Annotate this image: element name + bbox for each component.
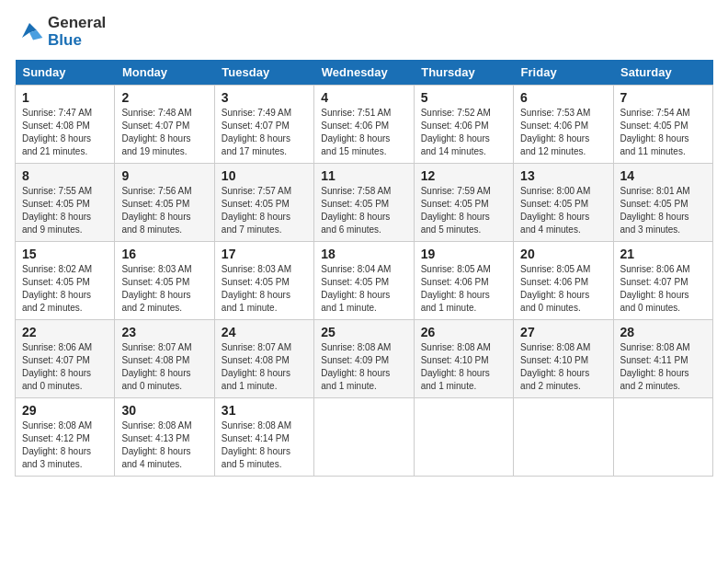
day-number: 8 xyxy=(22,168,108,183)
day-info: Sunrise: 8:08 AM Sunset: 4:14 PM Dayligh… xyxy=(222,419,307,471)
day-number: 4 xyxy=(321,90,406,105)
weekday-header-thursday: Thursday xyxy=(414,60,513,86)
table-row xyxy=(514,398,613,477)
day-number: 19 xyxy=(421,247,506,261)
day-info: Sunrise: 8:03 AM Sunset: 4:05 PM Dayligh… xyxy=(121,263,207,315)
table-row: 1Sunrise: 7:47 AM Sunset: 4:08 PM Daylig… xyxy=(16,86,115,164)
day-info: Sunrise: 8:03 AM Sunset: 4:05 PM Dayligh… xyxy=(222,263,307,315)
day-number: 7 xyxy=(620,90,706,105)
calendar-week-4: 22Sunrise: 8:06 AM Sunset: 4:07 PM Dayli… xyxy=(16,320,713,398)
table-row: 13Sunrise: 8:00 AM Sunset: 4:05 PM Dayli… xyxy=(514,164,613,242)
day-number: 21 xyxy=(620,247,706,261)
weekday-header-sunday: Sunday xyxy=(16,60,115,86)
day-number: 20 xyxy=(520,247,606,261)
day-info: Sunrise: 8:08 AM Sunset: 4:10 PM Dayligh… xyxy=(520,341,606,393)
calendar-week-3: 15Sunrise: 8:02 AM Sunset: 4:05 PM Dayli… xyxy=(16,242,713,320)
table-row: 6Sunrise: 7:53 AM Sunset: 4:06 PM Daylig… xyxy=(514,86,613,164)
table-row xyxy=(314,398,414,477)
table-row xyxy=(414,398,513,477)
day-number: 30 xyxy=(121,403,207,418)
day-info: Sunrise: 8:07 AM Sunset: 4:08 PM Dayligh… xyxy=(121,341,207,393)
day-number: 11 xyxy=(321,168,406,183)
day-info: Sunrise: 7:51 AM Sunset: 4:06 PM Dayligh… xyxy=(321,107,406,158)
day-info: Sunrise: 8:05 AM Sunset: 4:06 PM Dayligh… xyxy=(520,263,606,315)
day-info: Sunrise: 7:47 AM Sunset: 4:08 PM Dayligh… xyxy=(22,107,108,158)
table-row: 24Sunrise: 8:07 AM Sunset: 4:08 PM Dayli… xyxy=(214,320,313,398)
page-header: General Blue xyxy=(15,15,713,49)
day-info: Sunrise: 7:59 AM Sunset: 4:05 PM Dayligh… xyxy=(421,185,506,236)
logo-icon xyxy=(15,19,44,45)
day-info: Sunrise: 8:06 AM Sunset: 4:07 PM Dayligh… xyxy=(22,341,108,393)
weekday-header-saturday: Saturday xyxy=(613,60,712,86)
day-info: Sunrise: 8:08 AM Sunset: 4:13 PM Dayligh… xyxy=(121,419,207,471)
day-info: Sunrise: 8:04 AM Sunset: 4:05 PM Dayligh… xyxy=(321,263,406,315)
day-info: Sunrise: 7:58 AM Sunset: 4:05 PM Dayligh… xyxy=(321,185,406,236)
table-row xyxy=(613,398,712,477)
table-row: 15Sunrise: 8:02 AM Sunset: 4:05 PM Dayli… xyxy=(16,242,115,320)
day-info: Sunrise: 7:48 AM Sunset: 4:07 PM Dayligh… xyxy=(121,107,207,158)
table-row: 30Sunrise: 8:08 AM Sunset: 4:13 PM Dayli… xyxy=(115,398,214,477)
table-row: 26Sunrise: 8:08 AM Sunset: 4:10 PM Dayli… xyxy=(414,320,513,398)
day-number: 23 xyxy=(121,325,207,339)
day-info: Sunrise: 8:08 AM Sunset: 4:09 PM Dayligh… xyxy=(321,341,406,393)
day-number: 27 xyxy=(520,325,606,339)
day-info: Sunrise: 8:05 AM Sunset: 4:06 PM Dayligh… xyxy=(421,263,506,315)
day-number: 9 xyxy=(121,168,207,183)
table-row: 25Sunrise: 8:08 AM Sunset: 4:09 PM Dayli… xyxy=(314,320,414,398)
logo-text: General Blue xyxy=(48,15,106,49)
day-number: 6 xyxy=(520,90,606,105)
day-number: 28 xyxy=(620,325,706,339)
table-row: 17Sunrise: 8:03 AM Sunset: 4:05 PM Dayli… xyxy=(214,242,313,320)
day-info: Sunrise: 8:07 AM Sunset: 4:08 PM Dayligh… xyxy=(222,341,307,393)
table-row: 12Sunrise: 7:59 AM Sunset: 4:05 PM Dayli… xyxy=(414,164,513,242)
table-row: 22Sunrise: 8:06 AM Sunset: 4:07 PM Dayli… xyxy=(16,320,115,398)
calendar-table: SundayMondayTuesdayWednesdayThursdayFrid… xyxy=(15,60,713,477)
table-row: 3Sunrise: 7:49 AM Sunset: 4:07 PM Daylig… xyxy=(214,86,313,164)
table-row: 18Sunrise: 8:04 AM Sunset: 4:05 PM Dayli… xyxy=(314,242,414,320)
table-row: 23Sunrise: 8:07 AM Sunset: 4:08 PM Dayli… xyxy=(115,320,214,398)
day-info: Sunrise: 7:54 AM Sunset: 4:05 PM Dayligh… xyxy=(620,107,706,158)
day-info: Sunrise: 8:08 AM Sunset: 4:12 PM Dayligh… xyxy=(22,419,108,471)
day-info: Sunrise: 7:52 AM Sunset: 4:06 PM Dayligh… xyxy=(421,107,506,158)
table-row: 20Sunrise: 8:05 AM Sunset: 4:06 PM Dayli… xyxy=(514,242,613,320)
day-number: 3 xyxy=(222,90,307,105)
table-row: 8Sunrise: 7:55 AM Sunset: 4:05 PM Daylig… xyxy=(16,164,115,242)
day-number: 10 xyxy=(222,168,307,183)
day-number: 25 xyxy=(321,325,406,339)
table-row: 14Sunrise: 8:01 AM Sunset: 4:05 PM Dayli… xyxy=(613,164,712,242)
table-row: 5Sunrise: 7:52 AM Sunset: 4:06 PM Daylig… xyxy=(414,86,513,164)
weekday-header-wednesday: Wednesday xyxy=(314,60,414,86)
table-row: 2Sunrise: 7:48 AM Sunset: 4:07 PM Daylig… xyxy=(115,86,214,164)
weekday-header-friday: Friday xyxy=(514,60,613,86)
day-number: 22 xyxy=(22,325,108,339)
calendar-week-5: 29Sunrise: 8:08 AM Sunset: 4:12 PM Dayli… xyxy=(16,398,713,477)
day-number: 15 xyxy=(22,247,108,261)
day-number: 18 xyxy=(321,247,406,261)
weekday-header-tuesday: Tuesday xyxy=(214,60,313,86)
day-info: Sunrise: 8:01 AM Sunset: 4:05 PM Dayligh… xyxy=(620,185,706,236)
day-info: Sunrise: 7:56 AM Sunset: 4:05 PM Dayligh… xyxy=(121,185,207,236)
calendar-week-1: 1Sunrise: 7:47 AM Sunset: 4:08 PM Daylig… xyxy=(16,86,713,164)
day-info: Sunrise: 8:02 AM Sunset: 4:05 PM Dayligh… xyxy=(22,263,108,315)
day-number: 24 xyxy=(222,325,307,339)
table-row: 19Sunrise: 8:05 AM Sunset: 4:06 PM Dayli… xyxy=(414,242,513,320)
table-row: 28Sunrise: 8:08 AM Sunset: 4:11 PM Dayli… xyxy=(613,320,712,398)
day-number: 17 xyxy=(222,247,307,261)
weekday-header-monday: Monday xyxy=(115,60,214,86)
table-row: 16Sunrise: 8:03 AM Sunset: 4:05 PM Dayli… xyxy=(115,242,214,320)
table-row: 21Sunrise: 8:06 AM Sunset: 4:07 PM Dayli… xyxy=(613,242,712,320)
day-number: 29 xyxy=(22,403,108,418)
table-row: 10Sunrise: 7:57 AM Sunset: 4:05 PM Dayli… xyxy=(214,164,313,242)
day-info: Sunrise: 7:49 AM Sunset: 4:07 PM Dayligh… xyxy=(222,107,307,158)
logo: General Blue xyxy=(15,15,106,49)
day-number: 13 xyxy=(520,168,606,183)
calendar-week-2: 8Sunrise: 7:55 AM Sunset: 4:05 PM Daylig… xyxy=(16,164,713,242)
day-number: 31 xyxy=(222,403,307,418)
day-number: 16 xyxy=(121,247,207,261)
table-row: 9Sunrise: 7:56 AM Sunset: 4:05 PM Daylig… xyxy=(115,164,214,242)
day-number: 1 xyxy=(22,90,108,105)
table-row: 7Sunrise: 7:54 AM Sunset: 4:05 PM Daylig… xyxy=(613,86,712,164)
day-info: Sunrise: 7:57 AM Sunset: 4:05 PM Dayligh… xyxy=(222,185,307,236)
day-info: Sunrise: 8:06 AM Sunset: 4:07 PM Dayligh… xyxy=(620,263,706,315)
table-row: 4Sunrise: 7:51 AM Sunset: 4:06 PM Daylig… xyxy=(314,86,414,164)
